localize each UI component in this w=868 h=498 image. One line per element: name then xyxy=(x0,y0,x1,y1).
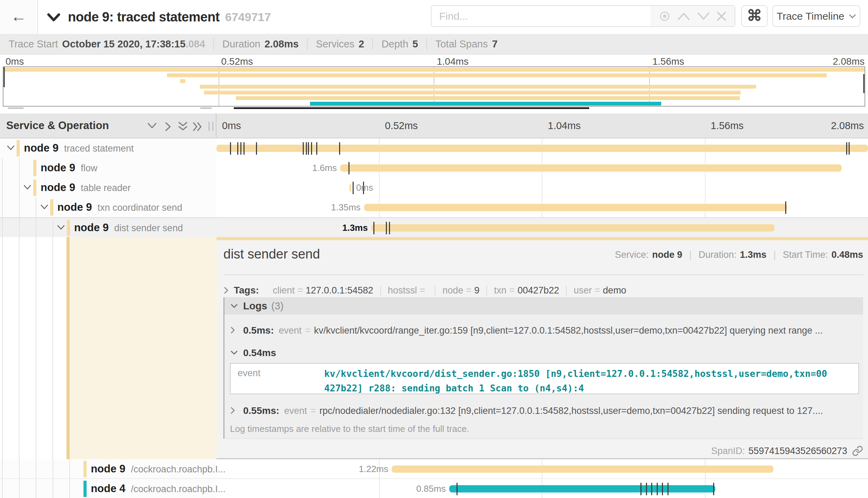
span-duration-label: 1.22ms xyxy=(359,459,388,479)
span-event-tick xyxy=(303,142,304,155)
span-event-tick xyxy=(662,483,663,495)
indent-guide xyxy=(2,218,3,237)
span-row: node 9/cockroach.roachpb.I...1.22ms xyxy=(0,459,868,479)
expand-all-icon[interactable] xyxy=(193,121,203,132)
span-bar-cell[interactable]: 1.6ms xyxy=(216,158,868,178)
top-bar: ← node 9: traced statement 6749717 xyxy=(0,0,868,34)
span-event-tick xyxy=(657,483,658,495)
span-color-block xyxy=(83,481,87,497)
trace-title-group: node 9: traced statement 6749717 xyxy=(47,0,271,34)
minimap-canvas[interactable] xyxy=(3,66,865,107)
span-event-tick xyxy=(243,142,245,155)
span-duration-bar[interactable] xyxy=(371,224,774,232)
span-bar-cell[interactable]: 0.85ms xyxy=(216,479,868,498)
trace-minimap: 0ms0.52ms1.04ms1.56ms2.08ms xyxy=(0,55,868,114)
chevron-right-icon xyxy=(223,286,229,295)
next-result-icon[interactable] xyxy=(697,12,710,21)
span-name-cell[interactable]: node 9traced statement xyxy=(0,138,216,158)
span-duration-bar[interactable] xyxy=(349,184,351,191)
minimap-scroll-piece[interactable] xyxy=(200,107,211,109)
span-name-cell[interactable]: node 9flow xyxy=(0,158,216,178)
minimap-right-scrub-handle[interactable] xyxy=(863,74,865,93)
minimap-scroll-piece[interactable] xyxy=(234,107,589,109)
minimap-scroll-piece[interactable] xyxy=(8,107,24,109)
indent-guide xyxy=(19,198,20,217)
indent-guide xyxy=(36,479,36,498)
collapse-title-chevron-icon[interactable] xyxy=(47,13,60,22)
view-selector-button[interactable]: Trace Timeline xyxy=(772,5,860,27)
logs-header[interactable]: Logs (3) xyxy=(224,297,863,315)
span-bar-cell[interactable]: 1.35ms xyxy=(216,198,868,217)
indent-guide xyxy=(2,459,3,478)
span-row: node 9flow1.6ms xyxy=(0,158,868,178)
span-duration-bar[interactable] xyxy=(216,145,868,152)
chevron-down-icon xyxy=(230,350,238,355)
prev-result-icon[interactable] xyxy=(677,12,691,21)
log-entry-expanded[interactable]: 0.54ms xyxy=(230,347,860,361)
minimap-span-bar xyxy=(310,102,661,106)
indent-guide xyxy=(36,198,36,217)
keyboard-shortcuts-button[interactable]: ⌘ xyxy=(741,5,768,27)
span-event-tick xyxy=(646,483,647,495)
logs-count: (3) xyxy=(271,300,283,312)
minimap-span-bar xyxy=(236,96,739,100)
span-detail-panel: dist sender send Service:node 9|Duration… xyxy=(216,237,868,459)
span-operation-name: dist sender send xyxy=(223,247,320,262)
span-event-tick xyxy=(785,201,786,214)
indent-guide xyxy=(36,459,36,478)
find-input[interactable] xyxy=(432,6,650,26)
column-resizer[interactable] xyxy=(209,122,213,131)
span-event-tick xyxy=(373,222,374,234)
minimap-scrollbar[interactable] xyxy=(3,107,865,110)
indent-guide xyxy=(19,158,20,178)
tag-key: user xyxy=(574,285,592,296)
span-name-cell[interactable]: node 4/cockroach.roachpb.I... xyxy=(0,479,216,498)
span-duration-bar[interactable] xyxy=(392,465,773,473)
chevron-right-icon xyxy=(230,326,236,334)
collapse-span-chevron-icon[interactable] xyxy=(23,184,32,190)
timeline-tick-label: 1.04ms xyxy=(548,114,581,138)
collapse-span-chevron-icon[interactable] xyxy=(56,224,65,230)
back-button[interactable]: ← xyxy=(0,0,38,34)
deep-link-icon[interactable] xyxy=(852,445,863,456)
indent-guide xyxy=(2,198,3,217)
span-duration-label: 0.85ms xyxy=(416,479,446,498)
collapse-all-icon[interactable] xyxy=(178,121,188,132)
span-event-tick xyxy=(230,142,231,155)
minimap-left-scrub-handle[interactable] xyxy=(3,67,5,87)
span-bar-cell[interactable]: 0ms xyxy=(216,178,868,198)
clear-search-icon[interactable] xyxy=(716,11,727,22)
indent-guide xyxy=(2,479,3,498)
span-bar-cell[interactable] xyxy=(216,138,868,158)
span-color-block xyxy=(50,199,53,216)
span-event-tick xyxy=(457,483,458,495)
log-field-value: kv/kvclient/kvcoord/dist_sender.go:1850 … xyxy=(324,366,830,396)
span-bar-cell[interactable]: 1.22ms xyxy=(216,459,868,478)
indent-guide xyxy=(36,218,36,237)
indent-guide xyxy=(53,459,53,478)
log-entry[interactable]: 0.5ms: event = kv/kvclient/kvcoord/range… xyxy=(230,325,860,339)
command-icon: ⌘ xyxy=(747,7,762,24)
span-name-cell[interactable]: node 9txn coordinator send xyxy=(0,198,216,217)
span-duration-bar[interactable] xyxy=(449,485,715,492)
collapse-one-icon[interactable] xyxy=(147,121,157,130)
span-name-cell[interactable]: node 9dist sender send xyxy=(0,218,216,237)
collapse-span-chevron-icon[interactable] xyxy=(6,145,15,151)
indent-guide xyxy=(53,218,53,237)
trace-info-bar: Trace StartOctober 15 2020, 17:38:15.084… xyxy=(0,34,868,55)
span-bar-cell[interactable]: 1.3ms xyxy=(216,218,868,237)
span-operation: /cockroach.roachpb.I... xyxy=(131,464,225,474)
collapse-span-chevron-icon[interactable] xyxy=(40,204,49,210)
span-duration-bar[interactable] xyxy=(340,164,842,172)
span-name-cell[interactable]: node 9/cockroach.roachpb.I... xyxy=(0,459,216,478)
column-title: Service & Operation xyxy=(6,114,109,138)
minimap-span-bar xyxy=(200,85,756,89)
tag-key: txn xyxy=(494,285,506,296)
tag-item: hostssl= xyxy=(380,285,435,296)
locate-icon[interactable] xyxy=(658,10,671,23)
expand-one-icon[interactable] xyxy=(164,121,172,132)
span-event-tick xyxy=(256,142,257,155)
span-name-cell[interactable]: node 9table reader xyxy=(0,178,216,198)
span-duration-bar[interactable] xyxy=(364,204,787,211)
log-entry[interactable]: 0.55ms: event = rpc/nodedialer/nodediale… xyxy=(230,405,860,419)
